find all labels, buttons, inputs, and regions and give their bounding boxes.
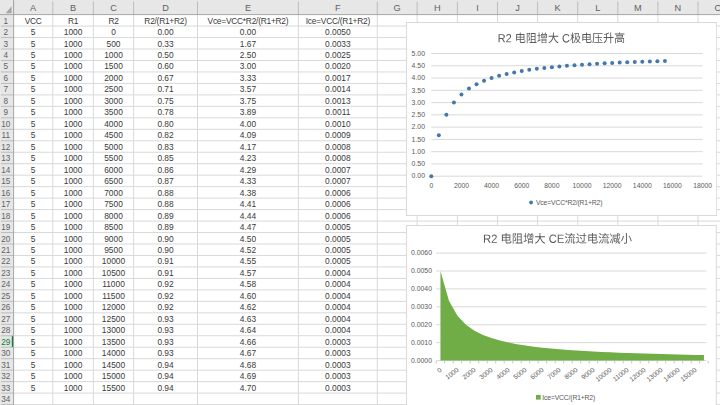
svg-text:6000: 6000 bbox=[514, 182, 529, 189]
svg-text:Vce=VCC*R2/(R1+R2): Vce=VCC*R2/(R1+R2) bbox=[536, 198, 602, 206]
svg-text:5.00: 5.00 bbox=[411, 49, 425, 56]
svg-text:16000: 16000 bbox=[663, 182, 682, 189]
svg-text:0.0040: 0.0040 bbox=[411, 285, 432, 292]
svg-text:3.50: 3.50 bbox=[411, 86, 425, 93]
svg-text:12000: 12000 bbox=[602, 182, 621, 189]
svg-text:18000: 18000 bbox=[693, 182, 712, 189]
svg-text:1.00: 1.00 bbox=[411, 147, 425, 154]
svg-text:0.0060: 0.0060 bbox=[411, 249, 432, 256]
svg-text:0.0000: 0.0000 bbox=[411, 356, 432, 363]
svg-text:3.00: 3.00 bbox=[411, 98, 425, 105]
svg-text:Ice=VCC/(R1+R2): Ice=VCC/(R1+R2) bbox=[542, 393, 595, 401]
svg-text:2.50: 2.50 bbox=[411, 111, 425, 118]
svg-text:14000: 14000 bbox=[632, 182, 651, 189]
svg-text:2.00: 2.00 bbox=[411, 123, 425, 130]
svg-text:4000: 4000 bbox=[484, 182, 499, 189]
svg-text:0.0050: 0.0050 bbox=[411, 267, 432, 274]
svg-text:4.50: 4.50 bbox=[411, 62, 425, 69]
svg-text:2000: 2000 bbox=[453, 182, 468, 189]
svg-text:0.0020: 0.0020 bbox=[411, 320, 432, 327]
svg-text:8000: 8000 bbox=[544, 182, 559, 189]
svg-text:1.50: 1.50 bbox=[411, 135, 425, 142]
svg-text:0.0010: 0.0010 bbox=[411, 338, 432, 345]
svg-text:0.00: 0.00 bbox=[411, 172, 425, 179]
svg-text:4.00: 4.00 bbox=[411, 74, 425, 81]
svg-text:0.0030: 0.0030 bbox=[411, 303, 432, 310]
svg-text:0: 0 bbox=[429, 182, 433, 189]
svg-text:10000: 10000 bbox=[572, 182, 591, 189]
svg-text:0.50: 0.50 bbox=[411, 160, 425, 167]
